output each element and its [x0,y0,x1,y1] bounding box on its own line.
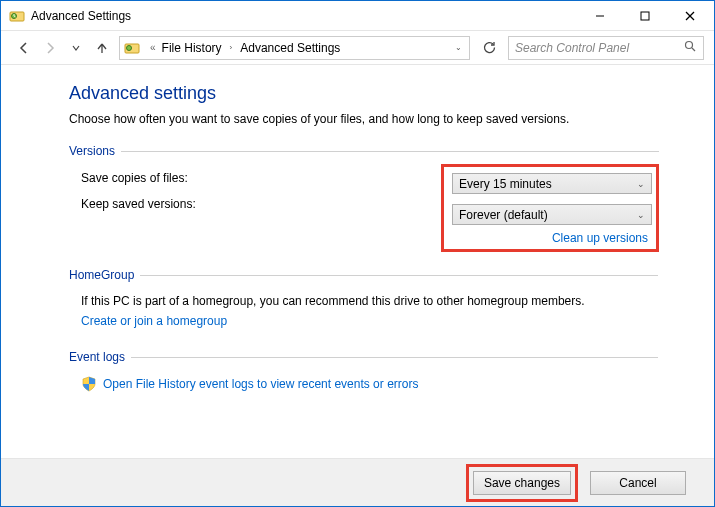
titlebar: Advanced Settings [1,1,714,31]
save-changes-button[interactable]: Save changes [473,471,571,495]
recent-locations-button[interactable] [67,39,85,57]
eventlogs-group: Event logs Open File History event logs … [69,350,658,398]
minimize-button[interactable] [577,1,622,30]
eventlogs-legend: Event logs [69,350,131,364]
search-box[interactable] [508,36,704,60]
homegroup-group: HomeGroup If this PC is part of a homegr… [69,268,658,334]
maximize-button[interactable] [622,1,667,30]
content-area: Advanced settings Choose how often you w… [1,65,714,458]
page-subtext: Choose how often you want to save copies… [69,112,658,126]
cleanup-versions-link[interactable]: Clean up versions [552,231,648,245]
homegroup-text: If this PC is part of a homegroup, you c… [81,294,658,308]
chevron-down-icon[interactable]: ⌄ [451,43,465,52]
chevron-right-icon: › [228,43,235,52]
navigation-bar: « File History › Advanced Settings ⌄ [1,31,714,65]
page-title: Advanced settings [69,83,658,104]
app-icon [9,8,25,24]
svg-point-8 [686,41,693,48]
forward-button[interactable] [41,39,59,57]
create-homegroup-link[interactable]: Create or join a homegroup [81,314,227,328]
highlight-box-save: Save changes [466,464,578,502]
close-button[interactable] [667,1,712,30]
versions-group: Versions Save copies of files: Keep save… [69,144,659,252]
footer: Save changes Cancel [1,458,714,506]
chevron-double-left-icon[interactable]: « [150,42,156,53]
keep-versions-dropdown[interactable]: Forever (default) ⌄ [452,204,652,225]
window-title: Advanced Settings [31,9,131,23]
breadcrumb[interactable]: « File History › Advanced Settings ⌄ [119,36,470,60]
search-icon[interactable] [684,40,697,56]
save-copies-label: Save copies of files: [81,171,441,185]
keep-versions-value: Forever (default) [459,208,548,222]
refresh-button[interactable] [478,37,500,59]
svg-line-9 [692,48,695,51]
window: Advanced Settings « File History › Advan… [0,0,715,507]
homegroup-legend: HomeGroup [69,268,140,282]
back-button[interactable] [15,39,33,57]
svg-point-7 [127,45,132,50]
search-input[interactable] [515,41,684,55]
shield-icon [81,376,97,392]
chevron-down-icon: ⌄ [637,210,645,220]
svg-rect-3 [641,12,649,20]
keep-versions-label: Keep saved versions: [81,197,441,211]
save-copies-value: Every 15 minutes [459,177,552,191]
save-copies-dropdown[interactable]: Every 15 minutes ⌄ [452,173,652,194]
chevron-down-icon: ⌄ [637,179,645,189]
versions-legend: Versions [69,144,121,158]
breadcrumb-icon [124,40,140,56]
up-button[interactable] [93,39,111,57]
open-eventlogs-link[interactable]: Open File History event logs to view rec… [103,377,418,391]
breadcrumb-item-filehistory[interactable]: File History [160,41,224,55]
cancel-button[interactable]: Cancel [590,471,686,495]
highlight-box-dropdowns: Every 15 minutes ⌄ Forever (default) ⌄ C… [441,164,659,252]
breadcrumb-item-advanced[interactable]: Advanced Settings [238,41,342,55]
window-controls [577,1,712,30]
